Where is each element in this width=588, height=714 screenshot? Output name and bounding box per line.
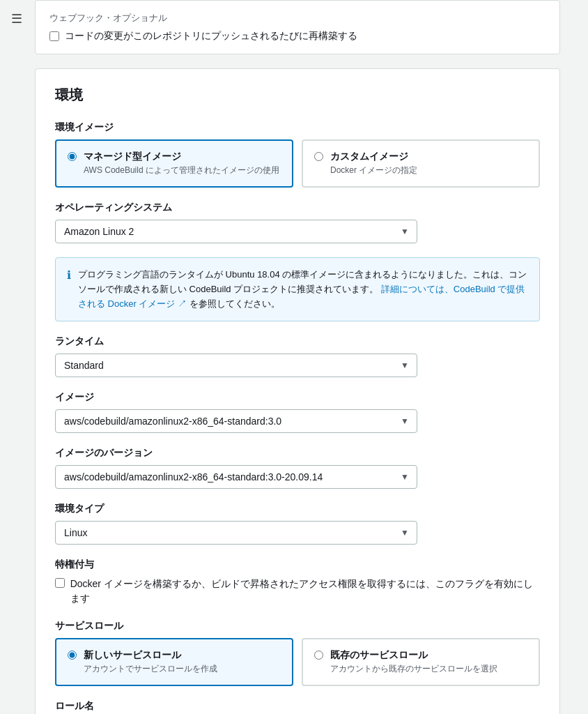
image-field-label: イメージ — [55, 391, 540, 404]
existing-role-radio[interactable] — [314, 651, 323, 660]
image-select[interactable]: aws/codebuild/amazonlinux2-x86_64-standa… — [55, 409, 417, 433]
privilege-checkbox-group: Docker イメージを構築するか、ビルドで昇格されたアクセス権限を取得するには… — [55, 577, 540, 606]
info-text-content: プログラミング言語のランタイムが Ubuntu 18.04 の標準イメージに含ま… — [78, 268, 528, 311]
role-name-label: ロール名 — [55, 700, 540, 713]
environment-title: 環境 — [55, 86, 540, 105]
os-label: オペレーティングシステム — [55, 202, 540, 214]
image-field-group: イメージ aws/codebuild/amazonlinux2-x86_64-s… — [55, 391, 540, 433]
env-type-group: 環境タイプ Linux Linux GPU ARM ▼ — [55, 503, 540, 545]
custom-image-content: カスタムイメージ Docker イメージの指定 — [330, 151, 417, 176]
managed-image-desc: AWS CodeBuild によって管理されたイメージの使用 — [84, 165, 279, 176]
role-name-group: ロール名 サービスロール名の入力 — [55, 700, 540, 714]
custom-image-title: カスタムイメージ — [330, 151, 417, 163]
custom-image-card[interactable]: カスタムイメージ Docker イメージの指定 — [302, 139, 540, 188]
new-role-radio[interactable] — [68, 651, 77, 660]
new-role-card[interactable]: 新しいサービスロール アカウントでサービスロールを作成 — [55, 638, 293, 686]
env-type-label: 環境タイプ — [55, 503, 540, 515]
hamburger-menu-button[interactable]: ☰ — [11, 11, 22, 26]
os-select[interactable]: Amazon Linux 2 Ubuntu Windows Server 201… — [55, 220, 417, 243]
existing-role-title: 既存のサービスロール — [330, 649, 497, 662]
hamburger-icon: ☰ — [11, 12, 22, 26]
runtime-select[interactable]: Standard Amazon Linux 2 (AL2) Ubuntu — [55, 354, 417, 377]
environment-image-group: 環境イメージ マネージド型イメージ AWS CodeBuild によって管理され… — [55, 121, 540, 188]
image-version-select[interactable]: aws/codebuild/amazonlinux2-x86_64-standa… — [55, 465, 417, 489]
new-role-desc: アカウントでサービスロールを作成 — [84, 663, 217, 675]
runtime-select-wrapper: Standard Amazon Linux 2 (AL2) Ubuntu ▼ — [55, 354, 417, 377]
managed-image-content: マネージド型イメージ AWS CodeBuild によって管理されたイメージの使… — [84, 151, 279, 176]
rebuild-checkbox-text: コードの変更がこのレポジトリにプッシュされるたびに再構築する — [65, 30, 357, 43]
custom-image-desc: Docker イメージの指定 — [330, 165, 417, 176]
rebuild-checkbox[interactable] — [49, 31, 59, 41]
os-group: オペレーティングシステム Amazon Linux 2 Ubuntu Windo… — [55, 202, 540, 243]
environment-image-label: 環境イメージ — [55, 121, 540, 134]
privilege-checkbox[interactable] — [55, 578, 65, 588]
webhook-section: ウェブフック・オプショナル コードの変更がこのレポジトリにプッシュされるたびに再… — [35, 0, 560, 54]
env-type-select[interactable]: Linux Linux GPU ARM — [55, 521, 417, 545]
service-role-label: サービスロール — [55, 620, 540, 632]
environment-section: 環境 環境イメージ マネージド型イメージ AWS CodeBuild によって管… — [35, 68, 560, 714]
existing-role-card[interactable]: 既存のサービスロール アカウントから既存のサービスロールを選択 — [302, 638, 540, 686]
webhook-title: ウェブフック・オプショナル — [49, 12, 546, 24]
image-version-select-wrapper: aws/codebuild/amazonlinux2-x86_64-standa… — [55, 465, 417, 489]
image-type-radio-group: マネージド型イメージ AWS CodeBuild によって管理されたイメージの使… — [55, 139, 540, 188]
privilege-checkbox-text: Docker イメージを構築するか、ビルドで昇格されたアクセス権限を取得するには… — [70, 577, 540, 606]
existing-role-content: 既存のサービスロール アカウントから既存のサービスロールを選択 — [330, 649, 497, 675]
new-role-title: 新しいサービスロール — [84, 649, 217, 662]
managed-image-radio[interactable] — [68, 152, 77, 161]
info-icon: ℹ — [67, 268, 71, 282]
runtime-label: ランタイム — [55, 335, 540, 348]
image-version-group: イメージのバージョン aws/codebuild/amazonlinux2-x8… — [55, 447, 540, 489]
privilege-group: 特権付与 Docker イメージを構築するか、ビルドで昇格されたアクセス権限を取… — [55, 559, 540, 606]
env-type-select-wrapper: Linux Linux GPU ARM ▼ — [55, 521, 417, 545]
image-select-wrapper: aws/codebuild/amazonlinux2-x86_64-standa… — [55, 409, 417, 433]
managed-image-card[interactable]: マネージド型イメージ AWS CodeBuild によって管理されたイメージの使… — [55, 139, 293, 188]
image-version-label: イメージのバージョン — [55, 447, 540, 459]
privilege-label: 特権付与 — [55, 559, 540, 571]
os-select-wrapper: Amazon Linux 2 Ubuntu Windows Server 201… — [55, 220, 417, 243]
service-role-radio-group: 新しいサービスロール アカウントでサービスロールを作成 既存のサービスロール ア… — [55, 638, 540, 686]
rebuild-checkbox-label[interactable]: コードの変更がこのレポジトリにプッシュされるたびに再構築する — [49, 30, 546, 43]
managed-image-title: マネージド型イメージ — [84, 151, 279, 163]
existing-role-desc: アカウントから既存のサービスロールを選択 — [330, 663, 497, 675]
new-role-content: 新しいサービスロール アカウントでサービスロールを作成 — [84, 649, 217, 675]
runtime-group: ランタイム Standard Amazon Linux 2 (AL2) Ubun… — [55, 335, 540, 377]
service-role-group: サービスロール 新しいサービスロール アカウントでサービスロールを作成 既存のサ… — [55, 620, 540, 686]
info-text-suffix: を参照してください。 — [189, 298, 280, 309]
info-box: ℹ プログラミング言語のランタイムが Ubuntu 18.04 の標準イメージに… — [55, 257, 540, 321]
custom-image-radio[interactable] — [314, 152, 323, 161]
